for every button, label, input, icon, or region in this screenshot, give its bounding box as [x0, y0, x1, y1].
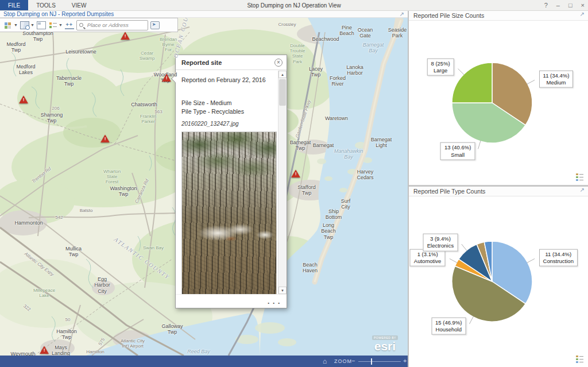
tracking-icon [150, 21, 160, 29]
dump-site-marker[interactable]: ! [100, 134, 110, 142]
feature-popup: Reported site × Reported on February 22,… [175, 55, 287, 308]
map-zoom-icon [20, 21, 29, 29]
popup-menu-dots[interactable]: • • • [268, 300, 281, 306]
map-panel: Stop Dumping on NJ - Reported Dumpsites … [0, 11, 408, 367]
pie-label: 11 (34.4%)Construction [539, 249, 578, 266]
help-icon[interactable]: ? [544, 2, 548, 9]
popup-pile-size: Pile Size - Medium [181, 99, 278, 106]
add-features-icon: ++ [65, 21, 74, 29]
pie-label: 11 (34.4%)Medium [539, 70, 574, 88]
pie-label: 8 (25%)Large [427, 58, 454, 76]
expand-panel-icon[interactable]: ↗ [580, 11, 585, 18]
menu-tab-file[interactable]: FILE [0, 0, 28, 10]
menu-tab-tools[interactable]: TOOLS [28, 0, 64, 10]
pie-label: 13 (40.6%)Small [440, 142, 475, 160]
overview-map-button[interactable] [37, 21, 46, 29]
pie-label: 1 (3.1%)Automotive [410, 249, 446, 266]
chevron-down-icon: ▼ [59, 23, 63, 27]
popup-report-date: Reported on February 22, 2016 [181, 76, 278, 83]
zoom-label: ZOOM [334, 358, 352, 364]
follow-feature-button[interactable] [150, 21, 160, 29]
pie-label-leader [462, 244, 467, 251]
add-features-button[interactable]: ++ [65, 21, 74, 29]
pie-label-leader [450, 258, 457, 262]
pie-chart-svg[interactable] [409, 196, 588, 366]
map-toolbar: ▼ ▼ ▼ ++ [0, 18, 178, 32]
dump-site-marker[interactable]: ! [162, 74, 171, 82]
panel-header: Reported Pile Type Counts ↗ [409, 187, 588, 196]
pie-slice[interactable] [452, 63, 492, 103]
dump-site-marker[interactable]: ! [121, 32, 130, 40]
map-panel-title: Stop Dumping on NJ - Reported Dumpsites [3, 11, 114, 18]
dump-site-marker[interactable]: ! [291, 169, 300, 177]
window-titlebar: FILE TOOLS VIEW Stop Dumping on NJ Opera… [0, 0, 588, 11]
minimize-icon[interactable]: – [556, 2, 560, 9]
basemap-grid-icon [3, 21, 13, 29]
charts-column: Reported Pile Size Counts ↗ 11 (34.4%)Me… [409, 11, 588, 367]
pile-type-chart-panel: Reported Pile Type Counts ↗ 11 (34.4%)Co… [409, 187, 588, 367]
pie-label-leader [478, 141, 481, 149]
pie-label-leader [458, 69, 465, 75]
zoom-in-button[interactable]: + [403, 357, 407, 364]
popup-title: Reported site [176, 55, 287, 70]
zoom-slider-track[interactable] [358, 361, 401, 362]
close-icon[interactable]: × [581, 2, 585, 9]
map-canvas[interactable]: POWERED BY esri ▼ ▼ ▼ [0, 18, 408, 356]
pie-chart-type: 11 (34.4%)Construction15 (46.9%)Househol… [409, 196, 588, 366]
legend-button[interactable]: ▼ [48, 21, 63, 29]
search-icon [79, 23, 83, 27]
menu-tab-view[interactable]: VIEW [64, 0, 95, 10]
expand-panel-icon[interactable]: ↗ [400, 11, 404, 18]
operations-dashboard-window: FILE TOOLS VIEW Stop Dumping on NJ Opera… [0, 0, 588, 367]
search-input[interactable] [87, 22, 145, 28]
pie-chart-svg[interactable] [409, 21, 588, 184]
chevron-down-icon: ▼ [14, 23, 18, 27]
pie-chart-size: 11 (34.4%)Medium13 (40.6%)Small8 (25%)La… [409, 21, 588, 184]
popup-close-icon[interactable]: × [274, 59, 283, 67]
map-panel-header: Stop Dumping on NJ - Reported Dumpsites … [0, 11, 408, 18]
bookmarks-button[interactable]: ▼ [20, 21, 34, 29]
map-zoom-bar: ⌂ ZOOM − + [0, 356, 408, 367]
scroll-thumb[interactable] [279, 79, 286, 106]
popup-body: Reported on February 22, 2016 Pile Size … [176, 71, 278, 294]
basemap-gallery-button[interactable]: ▼ [3, 21, 18, 29]
panel-header: Reported Pile Size Counts ↗ [409, 11, 588, 21]
chart-title: Reported Pile Type Counts [413, 187, 485, 196]
dump-site-marker[interactable]: ! [19, 95, 28, 103]
scroll-down-icon[interactable]: ▼ [278, 287, 287, 294]
expand-panel-icon[interactable]: ↗ [580, 187, 585, 194]
popup-scrollbar[interactable]: ▲ ▼ [278, 71, 287, 294]
dump-site-marker[interactable]: ! [40, 346, 49, 354]
pie-label-leader [527, 80, 535, 84]
legend-toggle-icon[interactable] [576, 356, 583, 363]
legend-toggle-icon[interactable] [576, 173, 583, 181]
pie-label: 15 (46.9%)Household [431, 317, 466, 335]
home-icon[interactable]: ⌂ [323, 357, 327, 365]
chart-title: Reported Pile Size Counts [413, 11, 484, 21]
overview-extent-icon [37, 21, 46, 29]
search-box [76, 20, 148, 30]
pie-label: 3 (9.4%)Electronics [423, 234, 458, 252]
zoom-out-button[interactable]: − [351, 357, 355, 364]
pie-label-leader [469, 316, 473, 324]
scroll-up-icon[interactable]: ▲ [278, 71, 287, 78]
zoom-slider-handle[interactable] [371, 358, 372, 365]
popup-attachment-filename[interactable]: 20160220_132427.jpg [181, 121, 278, 127]
dumpsite-photo[interactable] [181, 132, 277, 294]
chevron-down-icon: ▼ [30, 23, 34, 27]
pile-size-chart-panel: Reported Pile Size Counts ↗ 11 (34.4%)Me… [409, 11, 588, 185]
popup-pile-type: Pile Type - Recyclables [181, 108, 278, 115]
popup-footer: • • • [176, 294, 287, 308]
pie-label-leader [527, 258, 535, 262]
window-title: Stop Dumping on NJ Operation View [247, 0, 341, 11]
legend-icon [48, 21, 57, 29]
maximize-icon[interactable]: □ [568, 2, 572, 9]
